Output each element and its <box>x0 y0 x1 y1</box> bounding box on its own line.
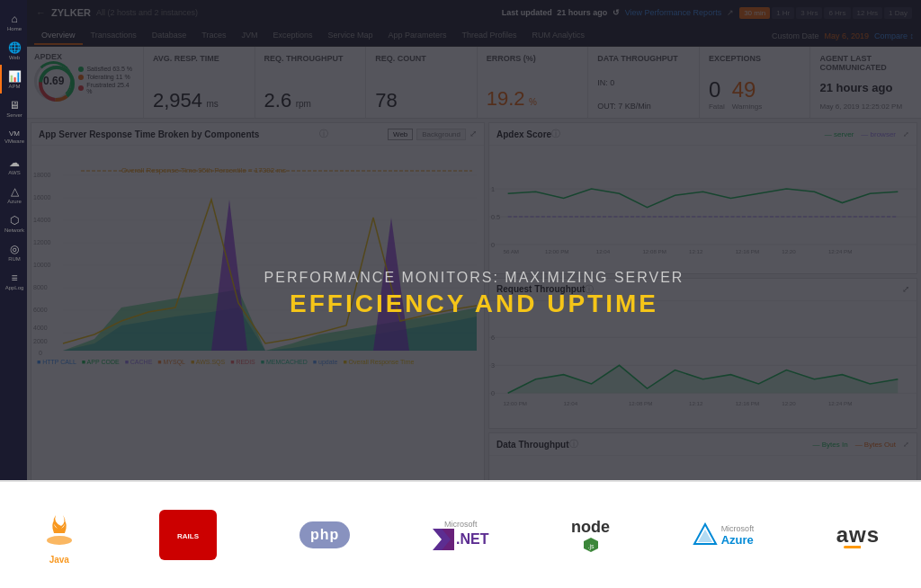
java-logo-icon <box>41 506 77 551</box>
aws-text: aws <box>836 522 880 548</box>
svg-point-79 <box>47 536 72 545</box>
azure-logo-icon <box>693 522 718 548</box>
node-bottom-row: .js <box>583 537 599 553</box>
aws-smile <box>844 546 872 548</box>
microsoft-label: Microsoft <box>444 520 478 529</box>
azure-text-group: Microsoft Azure <box>721 524 755 547</box>
rails-wrapper: RAILS <box>159 510 217 560</box>
sidebar-label-server: Server <box>6 112 22 118</box>
sidebar-item-vmware[interactable]: VM VMware <box>0 122 27 151</box>
sidebar-item-rum[interactable]: ◎ RUM <box>0 237 27 266</box>
sidebar-label-home: Home <box>7 26 22 31</box>
sidebar-item-aws[interactable]: ☁ AWS <box>0 151 27 180</box>
home-icon: ⌂ <box>11 13 17 25</box>
sidebar-item-azure[interactable]: △ Azure <box>0 180 27 209</box>
logo-java: Java <box>41 506 77 565</box>
logo-azure: Microsoft Azure <box>693 522 755 548</box>
php-badge: php <box>300 521 350 548</box>
overlay-subtitle: Performance Monitors: Maximizing Server <box>264 270 684 286</box>
logo-php: php <box>300 521 350 548</box>
rum-icon: ◎ <box>10 243 19 255</box>
logo-rails: RAILS <box>159 510 217 560</box>
sidebar-label-web: Web <box>9 55 20 60</box>
net-text: .NET <box>456 531 488 548</box>
vmware-icon: VM <box>9 129 20 138</box>
logo-dotnet: Microsoft .NET <box>433 520 488 550</box>
sidebar-label-rum: RUM <box>8 256 21 262</box>
sidebar-label-aws: AWS <box>8 170 20 175</box>
svg-text:RAILS: RAILS <box>177 532 200 540</box>
php-label-text: php <box>310 527 339 543</box>
net-icon <box>433 529 454 550</box>
sidebar-label-vmware: VMware <box>4 138 24 144</box>
sidebar-label-apm: APM <box>8 84 20 89</box>
network-icon: ⬡ <box>10 214 19 227</box>
overlay-title: Efficiency and Uptime <box>290 290 658 318</box>
logos-bar: Java RAILS php Microsoft .NET <box>0 480 921 588</box>
sidebar-item-server[interactable]: 🖥 Server <box>0 94 27 122</box>
apm-icon: 📊 <box>8 70 22 83</box>
svg-marker-87 <box>698 530 712 542</box>
node-group: node .js <box>571 518 610 553</box>
azure-group: Microsoft Azure <box>693 522 755 548</box>
sidebar-label-network: Network <box>4 227 24 233</box>
sidebar-item-network[interactable]: ⬡ Network <box>0 209 27 237</box>
node-text: node <box>571 518 610 537</box>
sidebar-item-applog[interactable]: ≡ AppLog <box>0 266 27 295</box>
server-icon: 🖥 <box>9 99 20 111</box>
sidebar-item-home[interactable]: ⌂ Home <box>0 7 27 36</box>
svg-text:.js: .js <box>587 542 595 549</box>
sidebar-item-apm[interactable]: 📊 APM <box>0 65 27 94</box>
dotnet-logo-row: .NET <box>433 529 488 550</box>
sidebar-item-web[interactable]: 🌐 Web <box>0 36 27 65</box>
sidebar-label-azure: Azure <box>7 199 22 204</box>
azure-logo-row: Microsoft Azure <box>693 522 755 548</box>
aws-group: aws <box>836 522 880 548</box>
nodejs-hex-icon: .js <box>583 537 599 553</box>
sidebar-label-applog: AppLog <box>5 285 24 290</box>
azure-icon: △ <box>11 185 19 198</box>
applog-icon: ≡ <box>11 272 17 284</box>
azure-name: Azure <box>721 533 755 547</box>
java-label: Java <box>49 555 69 565</box>
logo-aws: aws <box>836 522 880 548</box>
web-icon: 🌐 <box>8 41 22 54</box>
microsoft-azure-ms: Microsoft <box>721 524 755 533</box>
rails-logo-icon: RAILS <box>170 517 206 553</box>
logo-nodejs: node .js <box>571 518 610 553</box>
aws-icon: ☁ <box>9 156 20 169</box>
dotnet-group: Microsoft .NET <box>433 520 488 550</box>
